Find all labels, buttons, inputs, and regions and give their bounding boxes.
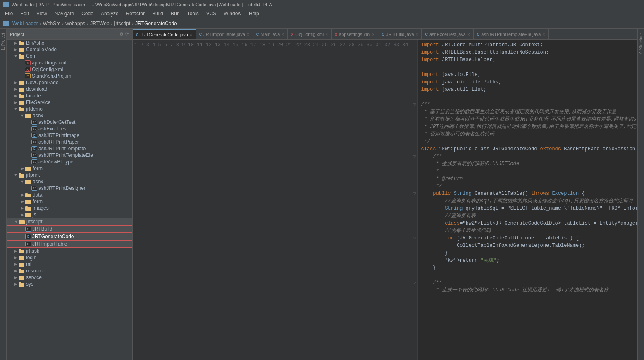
tree-item[interactable]: ▶BinAshx bbox=[7, 40, 132, 46]
editor-tab-JRTImportTable-java[interactable]: CJRTImportTable.java× bbox=[196, 29, 253, 39]
tree-item[interactable]: ▼ashx bbox=[7, 178, 132, 185]
tab-close-button[interactable]: × bbox=[190, 33, 192, 37]
editor-tab-ashJRTPrintTemplateEle-java[interactable]: CashJRTPrintTemplateEle.java× bbox=[474, 29, 549, 39]
menu-item-help[interactable]: Help bbox=[246, 10, 262, 17]
menu-item-vcs[interactable]: VCS bbox=[203, 10, 220, 17]
tree-item[interactable]: ▶resource bbox=[7, 268, 132, 274]
menu-item-edit[interactable]: Edit bbox=[17, 10, 32, 17]
code-area: CJRTGenerateCode.java×CJRTImportTable.ja… bbox=[133, 29, 637, 360]
tab-close-button[interactable]: × bbox=[325, 32, 328, 37]
tree-item[interactable]: CJRTImportTable bbox=[7, 240, 132, 248]
code-editor[interactable]: import JRT.Core.MultiPlatform.JRTContext… bbox=[418, 40, 637, 360]
folder-icon bbox=[25, 205, 31, 211]
menu-item-build[interactable]: Build bbox=[149, 10, 167, 17]
java-file-icon: C bbox=[31, 146, 37, 151]
tab-close-button[interactable]: × bbox=[281, 32, 284, 37]
tree-item[interactable]: ▶service bbox=[7, 274, 132, 281]
tab-close-button[interactable]: × bbox=[372, 32, 375, 37]
tab-close-button[interactable]: × bbox=[542, 32, 545, 37]
tree-arrow-icon: ▶ bbox=[13, 81, 18, 85]
tree-item[interactable]: CashJRTPrintTemplate bbox=[7, 145, 132, 152]
project-sync-icon[interactable]: ⟳ bbox=[125, 31, 129, 37]
fold-marker[interactable]: ▽ bbox=[412, 153, 417, 160]
tree-item[interactable]: CashJRTPrintPaper bbox=[7, 139, 132, 145]
menu-item-code[interactable]: Code bbox=[78, 10, 97, 17]
menu-item-navigate[interactable]: Navigate bbox=[51, 10, 77, 17]
editor-tab-ObjConfig-xml[interactable]: XObjConfig.xml× bbox=[288, 29, 332, 39]
project-tab[interactable]: 1: Project bbox=[0, 31, 6, 53]
tree-item[interactable]: ▶login bbox=[7, 254, 132, 261]
svg-rect-15 bbox=[19, 107, 21, 109]
tree-item[interactable]: ▼Conf bbox=[7, 53, 132, 59]
tree-item[interactable]: CashExcelTest bbox=[7, 126, 132, 132]
svg-rect-45 bbox=[19, 282, 21, 284]
tree-item[interactable]: CashJRTPrintImage bbox=[7, 132, 132, 139]
svg-rect-27 bbox=[25, 200, 28, 201]
menu-item-view[interactable]: View bbox=[33, 10, 50, 17]
tree-item[interactable]: CashJRTPrintTemplateEle bbox=[7, 152, 132, 159]
editor-tab-JRTBuild-java[interactable]: CJRTBuild.java× bbox=[378, 29, 422, 39]
tree-item[interactable]: ▶jrttask bbox=[7, 248, 132, 254]
left-sidebar-tabs: 1: Project bbox=[0, 29, 7, 360]
fold-marker[interactable]: ▽ bbox=[412, 279, 417, 287]
tree-item[interactable]: ▶DevOpenPage bbox=[7, 79, 132, 86]
breadcrumb-webloader[interactable]: WebLoader bbox=[12, 21, 38, 26]
menu-item-refactor[interactable]: Refactor bbox=[123, 10, 148, 17]
tree-item[interactable]: ▶FileService bbox=[7, 99, 132, 106]
fold-marker[interactable]: ▽ bbox=[412, 190, 417, 197]
tree-item[interactable]: PStandAshxProj.iml bbox=[7, 73, 132, 79]
tree-item[interactable]: ▶sys bbox=[7, 281, 132, 287]
tree-item[interactable]: ▼jrtdemo bbox=[7, 106, 132, 112]
menu-item-run[interactable]: Run bbox=[167, 10, 183, 17]
breadcrumb-active[interactable]: JRTGenerateCode bbox=[135, 21, 177, 26]
tree-item[interactable]: ▼ashx bbox=[7, 112, 132, 119]
tab-close-button[interactable]: × bbox=[416, 32, 418, 37]
editor-tab-JRTGenerateCode-java[interactable]: CJRTGenerateCode.java× bbox=[133, 29, 196, 39]
tree-item-label: ashx bbox=[33, 113, 43, 118]
tree-item[interactable]: ▶js bbox=[7, 211, 132, 218]
editor-tab-ashExcelTest-java[interactable]: CashExcelTest.java× bbox=[422, 29, 473, 39]
tab-close-button[interactable]: × bbox=[467, 32, 470, 37]
tree-item-label: FileService bbox=[26, 99, 50, 105]
tree-item[interactable]: CJRTGenerateCode bbox=[7, 233, 132, 240]
tree-item[interactable]: ▶CompileModel bbox=[7, 46, 132, 53]
breadcrumb-jrtscript[interactable]: jrtscript bbox=[114, 21, 131, 26]
fold-marker bbox=[412, 168, 417, 175]
java-file-icon: C bbox=[31, 159, 37, 164]
tree-item[interactable]: Xappsettings.xml bbox=[7, 59, 132, 66]
tab-close-button[interactable]: × bbox=[247, 32, 249, 37]
menu-item-file[interactable]: File bbox=[2, 10, 16, 17]
tree-item[interactable]: ▶download bbox=[7, 86, 132, 92]
svg-rect-1 bbox=[19, 41, 21, 43]
fold-marker[interactable]: ▽ bbox=[412, 234, 417, 242]
editor-tab-Main-java[interactable]: CMain.java× bbox=[253, 29, 288, 39]
menu-item-analyze[interactable]: Analyze bbox=[98, 10, 122, 17]
fold-column: ▽▽▽▽▽ bbox=[412, 40, 418, 360]
tree-item[interactable]: CashDolerGetTest bbox=[7, 119, 132, 126]
breadcrumb-jrtweb[interactable]: JRTWeb bbox=[90, 21, 109, 26]
folder-icon bbox=[18, 106, 25, 112]
menu-item-window[interactable]: Window bbox=[220, 10, 245, 17]
tree-item[interactable]: CashViewBllType bbox=[7, 159, 132, 165]
structure-tab[interactable]: Z: Structure bbox=[638, 31, 644, 57]
tree-item[interactable]: ▶form bbox=[7, 165, 132, 172]
tree-item[interactable]: ▶images bbox=[7, 205, 132, 211]
tree-item[interactable]: ▶form bbox=[7, 198, 132, 205]
folder-icon bbox=[18, 99, 25, 105]
project-settings-icon[interactable]: ⚙ bbox=[119, 31, 124, 37]
tree-item[interactable]: ▶mi bbox=[7, 261, 132, 268]
tree-item[interactable]: ▼jrtprint bbox=[7, 172, 132, 178]
tree-item[interactable]: XObjConfig.xml bbox=[7, 66, 132, 73]
tree-item[interactable]: CashJRTPrintDesigner bbox=[7, 185, 132, 192]
menu-item-tools[interactable]: Tools bbox=[184, 10, 202, 17]
tree-item[interactable]: ▼jrtscript bbox=[7, 218, 132, 225]
tree-item[interactable]: CJRTBuild bbox=[7, 225, 132, 233]
breadcrumb-webapps[interactable]: webapps bbox=[65, 21, 85, 26]
fold-marker[interactable]: ▽ bbox=[412, 101, 417, 108]
tree-item[interactable]: ▶data bbox=[7, 192, 132, 198]
project-tree: ▶BinAshx▶CompileModel▼ConfXappsettings.x… bbox=[7, 40, 132, 360]
tree-item[interactable]: ▶facade bbox=[7, 92, 132, 99]
svg-rect-9 bbox=[19, 88, 21, 89]
editor-tab-appsettings-xml[interactable]: Xappsettings.xml× bbox=[332, 29, 378, 39]
breadcrumb-websrc[interactable]: WebSrc bbox=[43, 21, 60, 26]
